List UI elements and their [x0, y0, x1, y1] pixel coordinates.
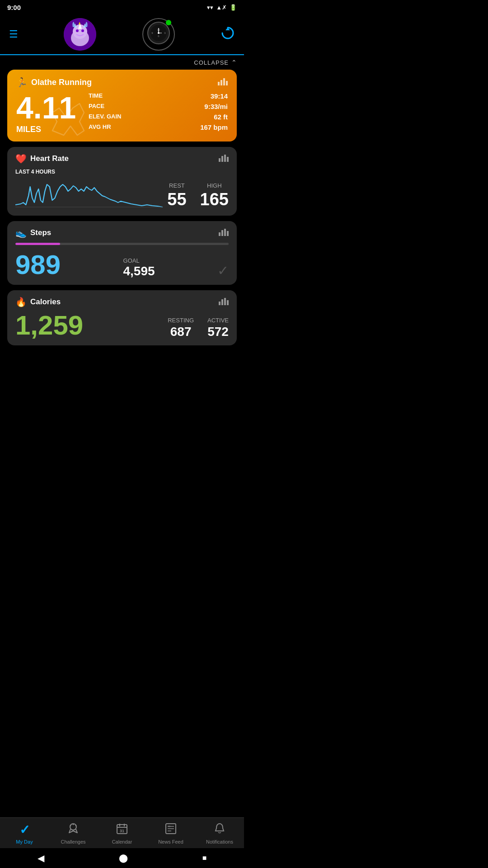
status-icons: ▾▾ ▲✗ 🔋 [207, 4, 237, 11]
steps-goal-value: 4,595 [123, 264, 155, 278]
watch-dot [166, 20, 171, 25]
steps-progress-bar [15, 243, 229, 245]
cal-resting-block: RESTING 687 [168, 317, 194, 339]
svg-rect-26 [219, 232, 221, 236]
stat-value: 9:33/mi [204, 103, 228, 110]
steps-card[interactable]: 👟 Steps 989 GOAL 4,595 ✓ [7, 221, 237, 285]
stat-value: 62 ft [214, 113, 228, 121]
svg-point-5 [81, 29, 84, 32]
running-chart-icon[interactable] [218, 77, 228, 88]
heart-rate-card[interactable]: ❤️ Heart Rate LAST 4 HOURS [7, 147, 237, 216]
running-card[interactable]: 🏃 Olathe Running 4.11 MILES TIME [7, 70, 237, 142]
steps-check-icon: ✓ [217, 263, 229, 278]
avatar [64, 18, 96, 51]
heart-rate-title: Heart Rate [30, 154, 69, 163]
collapse-row: COLLAPSE ⌃ [0, 55, 244, 70]
calories-title: Calories [30, 297, 61, 307]
steps-title: Steps [30, 228, 51, 237]
svg-rect-29 [227, 231, 229, 236]
hr-subtitle: LAST 4 HOURS [15, 169, 229, 175]
running-stat-row: ELEV. GAIN 62 ft [89, 113, 228, 121]
header: ☰ [0, 14, 244, 55]
stat-value: 39:14 [211, 92, 228, 100]
wifi-icon: ▾▾ [207, 4, 213, 11]
steps-icon: 👟 [15, 227, 27, 238]
svg-rect-21 [219, 158, 221, 162]
svg-rect-24 [227, 157, 229, 162]
svg-rect-31 [221, 299, 223, 305]
hr-rest-label: REST [167, 182, 186, 189]
hr-high-label: HIGH [200, 182, 229, 189]
heart-rate-chart [15, 178, 163, 209]
steps-chart-icon[interactable] [219, 228, 229, 238]
running-stat-row: AVG HR 167 bpm [89, 123, 228, 131]
avatar-container[interactable] [64, 18, 96, 51]
svg-rect-30 [219, 302, 221, 305]
cal-active-label: ACTIVE [207, 317, 229, 324]
calories-card[interactable]: 🔥 Calories 1,259 RESTING 687 [7, 290, 237, 345]
svg-rect-23 [224, 155, 226, 162]
hr-chart-icon[interactable] [219, 154, 229, 164]
steps-goal-block: GOAL 4,595 [123, 257, 155, 278]
svg-rect-20 [226, 81, 228, 85]
unicorn-svg [64, 18, 96, 51]
watch-container[interactable]: 12 6 9 3 [142, 18, 175, 51]
svg-rect-28 [224, 229, 226, 236]
battery-icon: 🔋 [230, 4, 237, 11]
calories-icon: 🔥 [15, 297, 27, 307]
hamburger-icon[interactable]: ☰ [9, 28, 18, 40]
cal-resting-value: 687 [168, 325, 194, 339]
collapse-label: COLLAPSE [194, 59, 229, 66]
hr-high-value: 165 [200, 190, 229, 209]
hr-rest-value: 55 [167, 190, 186, 209]
svg-rect-18 [221, 80, 222, 85]
route-sketch [43, 94, 98, 142]
steps-value: 989 [15, 251, 61, 278]
steps-goal-label: GOAL [123, 257, 155, 264]
running-stat-row: TIME 39:14 [89, 92, 228, 100]
hr-high-block: HIGH 165 [200, 182, 229, 209]
running-title: Olathe Running [31, 78, 92, 87]
svg-rect-32 [224, 298, 226, 305]
watch-face: 12 6 9 3 [147, 22, 170, 47]
status-bar: 9:00 ▾▾ ▲✗ 🔋 [0, 0, 244, 14]
svg-rect-19 [223, 78, 225, 85]
running-icon: 🏃 [16, 77, 28, 88]
refresh-icon[interactable] [221, 26, 235, 43]
signal-icon: ▲✗ [216, 4, 227, 11]
svg-rect-27 [221, 230, 223, 236]
svg-point-15 [158, 32, 160, 34]
cal-active-block: ACTIVE 572 [207, 317, 229, 339]
heart-icon: ❤️ [15, 153, 27, 164]
svg-rect-17 [218, 82, 220, 85]
svg-rect-22 [221, 156, 223, 162]
hr-rest-block: REST 55 [167, 182, 186, 209]
svg-rect-33 [227, 300, 229, 305]
svg-point-4 [76, 29, 79, 32]
stat-value: 167 bpm [200, 123, 228, 131]
collapse-chevron[interactable]: ⌃ [231, 59, 237, 66]
calories-value: 1,259 [15, 312, 83, 339]
running-stat-row: PACE 9:33/mi [89, 103, 228, 110]
cal-resting-label: RESTING [168, 317, 194, 324]
calories-chart-icon[interactable] [219, 297, 229, 307]
cal-active-value: 572 [207, 325, 229, 339]
steps-progress-fill [15, 243, 60, 245]
status-time: 9:00 [7, 4, 21, 11]
